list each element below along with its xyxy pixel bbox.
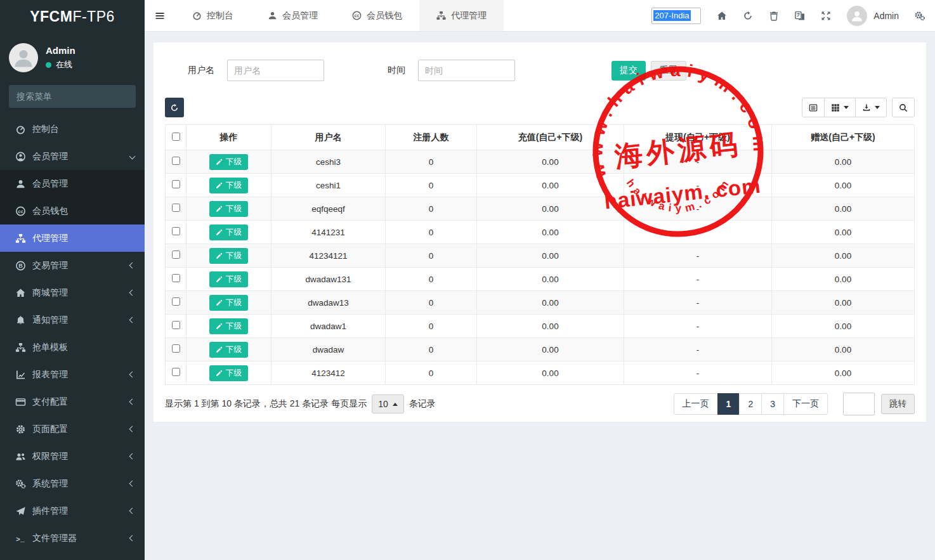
username-filter-input[interactable]: [227, 60, 324, 81]
sidebar-item-online-command[interactable]: 在线命令管理: [0, 552, 145, 560]
row-checkbox[interactable]: [172, 274, 180, 282]
page-button-2[interactable]: 2: [739, 393, 762, 415]
subordinate-button[interactable]: 下级: [209, 154, 248, 170]
detail-view-icon: [809, 103, 818, 112]
row-checkbox[interactable]: [172, 368, 180, 376]
navbar-right: 207-India Admin: [651, 0, 935, 31]
subordinate-button[interactable]: 下级: [209, 365, 248, 381]
user-menu[interactable]: Admin: [847, 6, 899, 26]
settings-button[interactable]: [915, 11, 925, 21]
pencil-icon: [216, 370, 223, 377]
clear-cache-button[interactable]: [769, 11, 779, 21]
cell-withdraw: -: [624, 174, 772, 197]
sidebar-item-order-template[interactable]: 抢单模板: [0, 334, 145, 361]
sidebar-item-payment-config[interactable]: 支付配置: [0, 388, 145, 415]
chevron-left-icon: [129, 399, 136, 405]
subordinate-button[interactable]: 下级: [209, 318, 248, 334]
sidebar-item-dashboard[interactable]: 控制台: [0, 115, 145, 143]
username-label: 用户名: [188, 65, 214, 76]
menu-search-input[interactable]: [16, 91, 131, 101]
fullscreen-button[interactable]: [821, 11, 831, 21]
sidebar-item-member-wallet[interactable]: 会员钱包: [0, 197, 145, 225]
jump-button[interactable]: 跳转: [881, 394, 915, 414]
table-row: 下级 dwadaw131 0 0.00 - 0.00: [166, 268, 915, 291]
sidebar-item-permission-management[interactable]: 权限管理: [0, 443, 145, 470]
pencil-icon: [216, 182, 223, 189]
time-filter-input[interactable]: [418, 60, 515, 81]
table-row: 下级 eqfqeeqf 0 0.00 - 0.00: [166, 197, 915, 221]
cell-recharge: 0.00: [477, 291, 624, 315]
tab-member-management[interactable]: 会员管理: [251, 0, 335, 31]
navbar-text-input[interactable]: 207-India: [651, 8, 701, 24]
subordinate-button[interactable]: 下级: [209, 248, 248, 264]
sidebar-item-trade-management[interactable]: 交易管理: [0, 252, 145, 279]
next-page-button[interactable]: 下一页: [783, 393, 828, 415]
tab-dashboard[interactable]: 控制台: [175, 0, 251, 31]
sidebar-item-file-manager[interactable]: 文件管理器: [0, 524, 145, 552]
refresh-table-button[interactable]: [165, 98, 184, 117]
reset-button[interactable]: 重置: [651, 61, 686, 81]
sidebar-item-agent-management[interactable]: 代理管理: [0, 225, 145, 252]
sidebar-item-notice-management[interactable]: 通知管理: [0, 306, 145, 334]
cell-registered: 0: [386, 174, 477, 197]
cell-gift: 0.00: [772, 268, 915, 291]
submit-button[interactable]: 提交: [611, 61, 646, 81]
subordinate-button[interactable]: 下级: [209, 225, 248, 240]
menu-search[interactable]: [9, 85, 136, 108]
row-checkbox[interactable]: [172, 180, 180, 188]
tab-member-wallet[interactable]: 会员钱包: [335, 0, 419, 31]
select-all-checkbox[interactable]: [172, 133, 180, 141]
sidebar-item-mall-management[interactable]: 商城管理: [0, 279, 145, 306]
user-circle-icon: [15, 152, 26, 162]
caret-down-icon: [844, 106, 849, 109]
cell-username: ceshi3: [271, 150, 386, 174]
refresh-button[interactable]: [743, 11, 753, 21]
page-button-3[interactable]: 3: [761, 393, 784, 415]
row-checkbox[interactable]: [172, 321, 180, 329]
bell-icon: [15, 315, 26, 325]
row-checkbox[interactable]: [172, 227, 180, 235]
prev-page-button[interactable]: 上一页: [674, 393, 718, 415]
cell-username: dwadaw1: [271, 315, 386, 338]
detail-view-button[interactable]: [802, 98, 825, 117]
sidebar-item-member-management[interactable]: 会员管理: [0, 143, 145, 170]
sidebar-item-system-management[interactable]: 系统管理: [0, 470, 145, 497]
sidebar-item-page-config[interactable]: 页面配置: [0, 415, 145, 443]
sidebar-item-plugin-management[interactable]: 插件管理: [0, 497, 145, 524]
language-button[interactable]: [795, 11, 805, 21]
row-checkbox[interactable]: [172, 297, 180, 306]
subordinate-button[interactable]: 下级: [209, 295, 248, 311]
page-size-select[interactable]: 10: [372, 394, 404, 413]
cell-registered: 0: [386, 361, 477, 385]
home-button[interactable]: [717, 11, 727, 21]
row-checkbox[interactable]: [172, 157, 180, 165]
export-button[interactable]: [855, 98, 887, 117]
cogs-icon: [15, 479, 26, 489]
sidebar-item-report-management[interactable]: 报表管理: [0, 361, 145, 388]
row-checkbox[interactable]: [172, 344, 180, 353]
select-all-cell: [166, 125, 186, 150]
row-checkbox[interactable]: [172, 251, 180, 259]
table-row: 下级 dwadaw13 0 0.00 - 0.00: [166, 291, 915, 315]
person-icon: [851, 10, 863, 22]
main-content: 用户名 时间 提交 重置 操作: [145, 32, 935, 560]
cell-registered: 0: [386, 338, 477, 361]
subordinate-button[interactable]: 下级: [209, 271, 248, 287]
search-toggle-button[interactable]: [892, 98, 915, 117]
columns-button[interactable]: [824, 98, 856, 117]
cc-icon: [15, 206, 26, 216]
subordinate-button[interactable]: 下级: [209, 342, 248, 358]
sidebar-item-member-management-sub[interactable]: 会员管理: [0, 170, 145, 197]
row-checkbox[interactable]: [172, 204, 180, 212]
cell-recharge: 0.00: [477, 150, 624, 174]
cell-registered: 0: [386, 197, 477, 221]
user-name: Admin: [46, 45, 75, 56]
sidebar-toggle-button[interactable]: [145, 0, 175, 31]
cell-gift: 0.00: [772, 150, 915, 174]
sidebar-menu: 控制台 会员管理 会员管理 会员钱包 代理管理 交易管理 商城管理 通知管理 抢…: [0, 115, 145, 560]
page-button-1[interactable]: 1: [717, 393, 740, 415]
subordinate-button[interactable]: 下级: [209, 201, 248, 217]
subordinate-button[interactable]: 下级: [209, 178, 248, 193]
tab-agent-management[interactable]: 代理管理: [419, 0, 504, 31]
jump-page-input[interactable]: [843, 393, 875, 415]
